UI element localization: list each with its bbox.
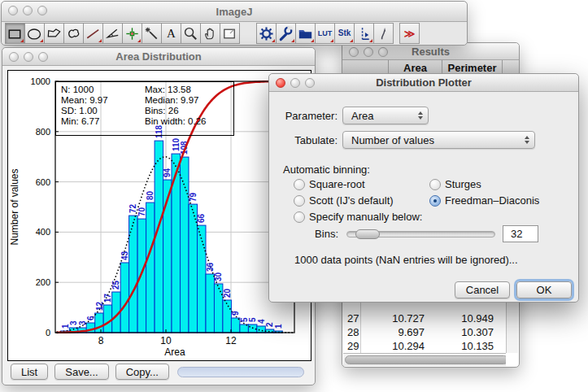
- tool-oval[interactable]: [24, 23, 45, 44]
- list-button[interactable]: List: [11, 364, 48, 380]
- parameter-value: Area: [351, 110, 373, 122]
- text-icon: A: [167, 28, 176, 40]
- minimize-icon[interactable]: [364, 47, 373, 57]
- close-icon[interactable]: [8, 6, 18, 15]
- tool-dev-gear[interactable]: [256, 23, 277, 44]
- table-row[interactable]: 2910.29410.135: [343, 339, 506, 353]
- tool-brush[interactable]: [373, 23, 394, 44]
- distribution-plotter-dialog: Distribution Plotter Parameter: Area Tab…: [268, 73, 579, 303]
- table-row[interactable]: 289.69710.307: [343, 325, 506, 339]
- tool-plots[interactable]: [354, 23, 374, 44]
- zoom-window-icon[interactable]: [38, 52, 48, 62]
- brush-icon: [374, 24, 393, 43]
- toolbar-spacer: [240, 23, 257, 44]
- bins-slider[interactable]: [346, 231, 495, 237]
- tool-menu-triangle-icon: [40, 39, 43, 42]
- radio-icon[interactable]: [294, 195, 305, 207]
- tool-zoom[interactable]: [181, 23, 201, 44]
- results-rows: 2710.72710.949289.69710.3072910.29410.13…: [343, 311, 506, 353]
- window-title: ImageJ: [216, 6, 253, 18]
- traffic-lights: [349, 47, 388, 57]
- tool-hand[interactable]: [200, 23, 220, 44]
- svg-text:N: 1000: N: 1000: [61, 85, 94, 94]
- zoom-icon: [181, 24, 200, 43]
- imagej-titlebar[interactable]: ImageJ: [2, 2, 467, 22]
- slider-thumb[interactable]: [355, 229, 380, 239]
- scrollbar-thumb[interactable]: [345, 355, 506, 364]
- tool-angle[interactable]: [102, 23, 123, 44]
- distribution-chart: 1336121725437270801189411010879663630209…: [8, 71, 311, 360]
- radio-icon[interactable]: [429, 195, 441, 207]
- save-button[interactable]: Save...: [54, 364, 108, 380]
- tool-rectangle[interactable]: [5, 23, 25, 44]
- parameter-dropdown[interactable]: Area: [342, 107, 429, 124]
- tool-polygon[interactable]: [44, 23, 64, 44]
- ok-button[interactable]: OK: [516, 281, 572, 298]
- imagej-toolbar: ALUTStk≫: [2, 22, 467, 45]
- tool-lut[interactable]: LUT: [315, 23, 335, 44]
- radio-sturges[interactable]: Sturges: [429, 177, 539, 191]
- tool-color-picker[interactable]: [220, 23, 240, 44]
- table-cell: 28: [343, 326, 364, 338]
- svg-text:200: 200: [36, 277, 50, 287]
- window-title: Results: [412, 46, 450, 58]
- tool-folder[interactable]: [295, 23, 316, 44]
- svg-text:17: 17: [103, 293, 112, 303]
- data-points-info: 1000 data points (NaN entries will be ig…: [294, 254, 518, 266]
- svg-text:5: 5: [240, 317, 249, 322]
- table-cell: 9.697: [364, 326, 425, 338]
- traffic-lights: [276, 78, 315, 88]
- zoom-window-icon[interactable]: [37, 6, 47, 15]
- close-icon[interactable]: [349, 47, 359, 57]
- bins-input[interactable]: 32: [503, 225, 538, 242]
- radio-icon[interactable]: [294, 211, 305, 223]
- svg-text:Bin width: 0.26: Bin width: 0.26: [145, 116, 206, 126]
- radio-scott[interactable]: Scott (IJ's default): [294, 194, 429, 207]
- polygon-icon: [45, 24, 63, 43]
- svg-text:Number of values: Number of values: [9, 168, 20, 245]
- cancel-button[interactable]: Cancel: [455, 281, 510, 298]
- radio-square-root[interactable]: Square-root: [294, 177, 429, 191]
- results-titlebar[interactable]: Results: [342, 43, 519, 60]
- radio-icon[interactable]: [294, 179, 305, 190]
- tool-freehand[interactable]: [63, 23, 84, 44]
- tool-more-tools[interactable]: ≫: [399, 23, 420, 44]
- table-cell: 27: [343, 312, 364, 324]
- svg-text:Max: 13.58: Max: 13.58: [145, 85, 191, 94]
- close-icon[interactable]: [9, 52, 19, 62]
- minimize-icon[interactable]: [24, 52, 33, 62]
- close-icon[interactable]: [276, 78, 285, 88]
- svg-text:110: 110: [172, 138, 181, 152]
- tool-menu-triangle-icon: [291, 39, 294, 42]
- popup-arrows-icon: [525, 136, 529, 144]
- tool-menu-triangle-icon: [350, 39, 353, 42]
- table-row[interactable]: 2710.72710.949: [343, 311, 506, 325]
- tool-stacks[interactable]: Stk: [334, 23, 355, 44]
- radio-freedman-diaconis[interactable]: Freedman–Diaconis: [429, 194, 539, 207]
- tool-menu-triangle-icon: [369, 39, 372, 42]
- svg-text:400: 400: [36, 227, 50, 237]
- svg-text:1: 1: [61, 324, 70, 329]
- tool-menu-triangle-icon: [98, 39, 102, 42]
- tool-wand[interactable]: [142, 23, 162, 44]
- zoom-window-icon[interactable]: [378, 47, 388, 57]
- svg-text:70: 70: [137, 207, 146, 217]
- tool-text[interactable]: A: [161, 23, 181, 44]
- zoom-window-icon: [305, 78, 315, 88]
- radio-icon[interactable]: [429, 179, 441, 190]
- plot-titlebar[interactable]: Area Distribution: [2, 48, 315, 66]
- tool-point[interactable]: [122, 23, 142, 44]
- copy-button[interactable]: Copy...: [115, 364, 169, 380]
- parameter-label: Parameter:: [269, 110, 338, 122]
- minimize-icon[interactable]: [23, 6, 33, 15]
- horizontal-scrollbar[interactable]: [343, 353, 506, 366]
- table-cell: 29: [343, 340, 364, 352]
- radio-specify-manually[interactable]: Specify manually below:: [294, 210, 539, 224]
- dialog-titlebar[interactable]: Distribution Plotter: [269, 74, 578, 92]
- imagej-window: ImageJ ALUTStk≫: [1, 1, 468, 46]
- tabulate-dropdown[interactable]: Number of values: [342, 131, 535, 149]
- svg-text:80: 80: [146, 191, 155, 201]
- tool-wrench[interactable]: [276, 23, 296, 44]
- tool-line[interactable]: [83, 23, 103, 44]
- svg-text:79: 79: [189, 193, 198, 203]
